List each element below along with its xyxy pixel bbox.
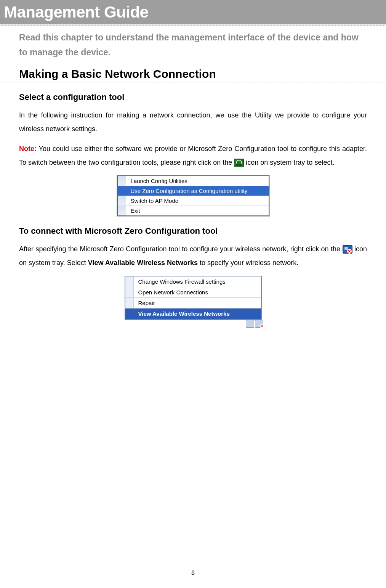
tray-mini-icon [246, 320, 254, 328]
note-paragraph: Note: You could use either the software … [19, 142, 367, 169]
para-text-1: After specifying the Microsoft Zero Conf… [19, 245, 343, 253]
note-text-2: icon on system tray to select. [244, 159, 334, 166]
subsection-title: To connect with Microsoft Zero Configura… [19, 226, 367, 236]
wireless-tray-icon [234, 159, 244, 167]
divider [0, 82, 386, 82]
menu-item-label: Use Zero Configuration as Configuration … [126, 186, 269, 196]
chapter-title: Management Guide [4, 3, 148, 21]
divider [0, 25, 386, 26]
menu-item[interactable]: Launch Config Utilities [118, 176, 269, 186]
context-menu-screenshot-2: Change Windows Firewall settings Open Ne… [125, 276, 262, 320]
chapter-description: Read this chapter to understand the mana… [19, 30, 367, 60]
paragraph: After specifying the Microsoft Zero Conf… [19, 242, 367, 270]
menu-strip [125, 276, 134, 287]
para-text-3: to specify your wireless network. [198, 259, 298, 267]
menu-item[interactable]: View Available Wireless Networks [125, 308, 261, 319]
page-number: 8 [0, 569, 386, 577]
menu-strip [118, 186, 126, 196]
menu-item-label: Change Windows Firewall settings [134, 276, 261, 287]
bold-phrase: View Available Wireless Networks [88, 259, 198, 267]
tray-mini-icon [255, 320, 263, 328]
network-tray-icon [343, 245, 352, 254]
note-label: Note: [19, 145, 37, 153]
menu-strip [125, 298, 134, 308]
menu-item[interactable]: Use Zero Configuration as Configuration … [118, 186, 269, 196]
menu-item[interactable]: Switch to AP Mode [118, 196, 269, 206]
menu-item-label: View Available Wireless Networks [134, 308, 261, 319]
menu-strip [118, 206, 126, 215]
menu-item-label: Switch to AP Mode [126, 196, 269, 206]
menu-item[interactable]: Exit [118, 206, 269, 215]
menu-item[interactable]: Change Windows Firewall settings [125, 276, 261, 287]
menu-item-label: Open Network Connections [134, 287, 261, 297]
menu-item[interactable]: Repair [125, 298, 261, 308]
subsection-title: Select a configuration tool [19, 92, 367, 102]
system-tray-icons [246, 320, 263, 328]
section-title: Making a Basic Network Connection [19, 67, 367, 80]
menu-strip [118, 176, 126, 186]
menu-item[interactable]: Open Network Connections [125, 287, 261, 298]
paragraph: In the following instruction for making … [19, 108, 367, 136]
menu-item-label: Repair [134, 298, 261, 308]
menu-strip [125, 287, 134, 297]
menu-strip [125, 308, 134, 319]
menu-item-label: Launch Config Utilities [126, 176, 269, 186]
menu-item-label: Exit [126, 206, 269, 215]
context-menu-screenshot-1: Launch Config Utilities Use Zero Configu… [117, 175, 269, 216]
menu-strip [118, 196, 126, 206]
chapter-title-bar: Management Guide [0, 0, 386, 24]
